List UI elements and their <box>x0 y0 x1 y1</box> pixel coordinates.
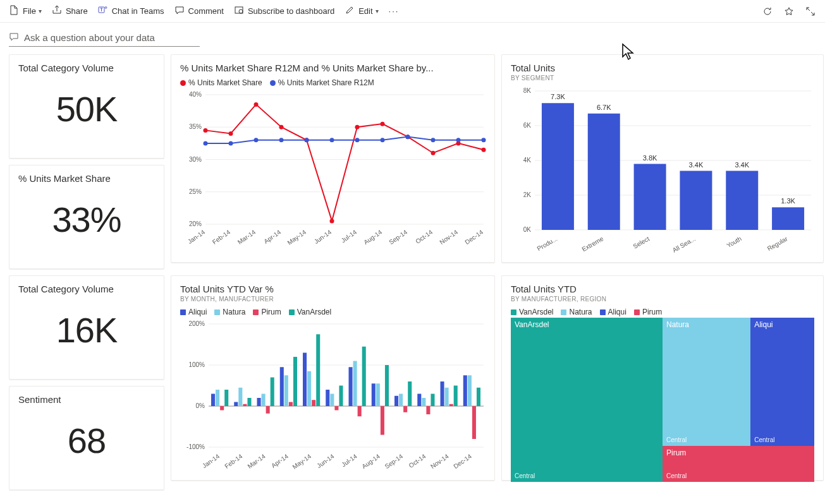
refresh-button[interactable] <box>762 6 773 17</box>
svg-rect-117 <box>353 361 357 407</box>
svg-text:30%: 30% <box>189 156 202 163</box>
svg-rect-107 <box>307 371 311 406</box>
svg-point-48 <box>456 138 461 142</box>
kpi-title: Sentiment <box>18 394 155 405</box>
treemap-rect-natura[interactable]: Natura Central <box>663 318 750 446</box>
svg-text:Nov-14: Nov-14 <box>438 228 459 246</box>
svg-point-35 <box>431 151 436 155</box>
svg-text:Aug-14: Aug-14 <box>362 228 383 246</box>
treemap-tile[interactable]: Total Units YTD BY MANUFACTURER, REGION … <box>501 275 824 481</box>
svg-rect-123 <box>381 406 384 435</box>
favorite-button[interactable] <box>783 6 795 17</box>
bar-segment-tile[interactable]: Total Units BY SEGMENT 0K2K4K6K8K7.3KPro… <box>501 54 824 263</box>
chart-title: Total Units YTD <box>511 284 814 294</box>
legend-label: VanArsdel <box>519 308 553 316</box>
svg-point-45 <box>381 138 385 142</box>
svg-text:100%: 100% <box>188 361 205 368</box>
svg-point-43 <box>330 138 334 142</box>
svg-text:4K: 4K <box>523 157 532 164</box>
svg-text:3.4K: 3.4K <box>735 161 749 169</box>
svg-point-31 <box>330 219 334 223</box>
more-options[interactable]: ··· <box>389 6 400 16</box>
svg-point-47 <box>431 138 436 142</box>
svg-text:Oct-14: Oct-14 <box>408 452 427 469</box>
svg-rect-69 <box>680 171 712 231</box>
legend-marker <box>634 309 640 315</box>
legend-label: % Units Market Share R12M <box>278 78 374 87</box>
line-chart-tile[interactable]: % Units Market Share R12M and % Units Ma… <box>171 54 495 263</box>
svg-text:6K: 6K <box>523 122 532 129</box>
treemap-rect-pirum[interactable]: Pirum Central <box>663 446 814 482</box>
svg-text:7.3K: 7.3K <box>551 93 565 100</box>
clustered-bar-tile[interactable]: Total Units YTD Var % BY MONTH, MANUFACT… <box>171 275 495 481</box>
subscribe-button[interactable]: Subscribe to dashboard <box>234 5 334 17</box>
fullscreen-button[interactable] <box>805 6 816 17</box>
svg-text:Dec-14: Dec-14 <box>452 452 473 470</box>
svg-text:-100%: -100% <box>186 443 205 450</box>
svg-point-42 <box>305 138 309 142</box>
svg-rect-75 <box>772 207 804 230</box>
file-menu[interactable]: File ▾ <box>9 5 42 17</box>
svg-point-40 <box>254 138 259 142</box>
svg-point-33 <box>381 122 385 126</box>
svg-rect-141 <box>463 375 467 406</box>
legend-marker <box>180 309 186 315</box>
teams-icon <box>98 5 108 17</box>
svg-rect-66 <box>634 164 666 231</box>
share-label: Share <box>66 6 88 16</box>
kpi-title: % Units Market Share <box>18 173 155 184</box>
svg-text:Extreme: Extreme <box>581 235 605 253</box>
svg-text:Jun-14: Jun-14 <box>315 452 336 469</box>
svg-rect-126 <box>394 396 398 406</box>
svg-rect-143 <box>472 406 476 439</box>
svg-text:20%: 20% <box>189 220 202 227</box>
svg-text:Select: Select <box>632 235 651 250</box>
comment-button[interactable]: Comment <box>174 5 224 17</box>
line-chart: 20%25%30%35%40%Jan-14Feb-14Mar-14Apr-14M… <box>180 88 490 253</box>
legend-marker <box>180 80 186 86</box>
qna-input[interactable]: Ask a question about your data <box>9 29 200 47</box>
edit-menu[interactable]: Edit ▾ <box>345 5 378 17</box>
kpi-tile[interactable]: Total Category Volume 50K <box>9 54 164 159</box>
svg-rect-93 <box>243 404 247 406</box>
svg-text:Jan-14: Jan-14 <box>186 228 207 245</box>
treemap-label: VanArsdel <box>515 320 549 329</box>
svg-text:All Sea...: All Sea... <box>671 235 697 254</box>
svg-rect-112 <box>330 394 334 407</box>
chart-subtitle: BY MONTH, MANUFACTURER <box>180 296 486 303</box>
qna-bar: Ask a question about your data <box>0 23 825 47</box>
svg-text:Nov-14: Nov-14 <box>429 452 450 470</box>
svg-rect-60 <box>542 103 574 230</box>
legend-marker <box>270 80 276 86</box>
qna-placeholder: Ask a question about your data <box>24 32 155 43</box>
share-button[interactable]: Share <box>52 5 88 17</box>
chart-title: Total Units YTD Var % <box>180 284 486 294</box>
treemap-rect-aliqui[interactable]: Aliqui Central <box>750 318 814 446</box>
treemap-rect-vanarsdel[interactable]: VanArsdel Central <box>511 318 663 482</box>
svg-rect-113 <box>334 406 338 411</box>
kpi-value: 16K <box>18 296 155 351</box>
svg-rect-111 <box>326 390 329 406</box>
svg-text:1.3K: 1.3K <box>781 197 795 205</box>
svg-point-46 <box>406 135 410 139</box>
comment-label: Comment <box>188 6 224 16</box>
svg-point-26 <box>204 128 208 133</box>
svg-point-44 <box>355 138 360 142</box>
svg-text:35%: 35% <box>189 123 202 130</box>
clustered-bar-chart: -100%0%100%200%Jan-14Feb-14Mar-14Apr-14M… <box>180 318 490 476</box>
svg-text:40%: 40% <box>189 91 202 98</box>
chat-teams-button[interactable]: Chat in Teams <box>98 5 164 17</box>
svg-rect-89 <box>224 390 228 406</box>
svg-text:0K: 0K <box>523 226 532 233</box>
svg-text:Aug-14: Aug-14 <box>360 452 381 470</box>
svg-rect-97 <box>262 394 266 407</box>
kpi-tile[interactable]: % Units Market Share 33% <box>9 165 164 269</box>
svg-rect-103 <box>289 402 293 407</box>
svg-rect-133 <box>426 406 430 414</box>
treemap-chart: VanArsdel Central Natura Central Aliqui … <box>511 318 814 482</box>
svg-text:May-14: May-14 <box>286 228 308 246</box>
kpi-tile[interactable]: Sentiment 68 <box>9 386 164 490</box>
kpi-tile[interactable]: Total Category Volume 16K <box>9 275 164 380</box>
svg-point-49 <box>482 138 486 142</box>
svg-rect-144 <box>477 388 480 406</box>
